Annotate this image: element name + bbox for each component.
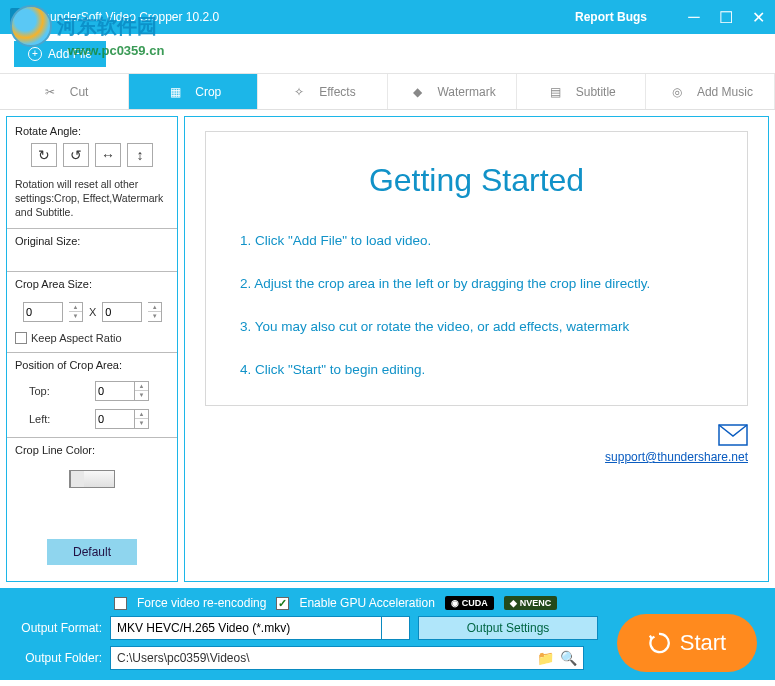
- force-reencode-checkbox[interactable]: [114, 597, 127, 610]
- rotate-ccw-button[interactable]: ↺: [63, 143, 89, 167]
- report-bugs-link[interactable]: Report Bugs: [575, 10, 647, 24]
- step-2: 2. Adjust the crop area in the left or b…: [240, 276, 713, 291]
- tab-cut[interactable]: ✂ Cut: [0, 74, 129, 109]
- bottom-bar: Force video re-encoding Enable GPU Accel…: [0, 588, 775, 680]
- gpu-accel-checkbox[interactable]: [276, 597, 289, 610]
- tab-effects[interactable]: ✧ Effects: [258, 74, 387, 109]
- crop-position-label: Position of Crop Area:: [15, 359, 169, 371]
- tab-crop-label: Crop: [195, 85, 221, 99]
- crop-top-spinner[interactable]: ▲▼: [135, 381, 149, 401]
- maximize-button[interactable]: ☐: [719, 10, 733, 24]
- plus-icon: +: [28, 47, 42, 61]
- getting-started-title: Getting Started: [240, 162, 713, 199]
- x-label: X: [89, 306, 96, 318]
- app-title: ThunderSoft Video Cropper 10.2.0: [36, 10, 575, 24]
- tab-effects-label: Effects: [319, 85, 355, 99]
- start-icon: [648, 632, 670, 654]
- browse-folder-icon[interactable]: 📁: [537, 650, 554, 666]
- flip-horizontal-button[interactable]: ↔: [95, 143, 121, 167]
- step-1: 1. Click "Add File" to load video.: [240, 233, 713, 248]
- gpu-accel-label: Enable GPU Acceleration: [299, 596, 434, 610]
- crop-settings-panel: Rotate Angle: ↻ ↺ ↔ ↕ Rotation will rese…: [6, 116, 178, 582]
- rotate-angle-label: Rotate Angle:: [15, 125, 169, 137]
- default-button[interactable]: Default: [47, 539, 137, 565]
- nvenc-badge: ◆ NVENC: [504, 596, 558, 610]
- crop-area-size-label: Crop Area Size:: [15, 278, 169, 290]
- rotate-note: Rotation will reset all other settings:C…: [15, 177, 169, 220]
- keep-aspect-label: Keep Aspect Ratio: [31, 332, 122, 344]
- app-icon: [10, 8, 28, 26]
- crop-width-spinner[interactable]: ▲▼: [69, 302, 83, 322]
- tab-add-music[interactable]: ◎ Add Music: [646, 74, 775, 109]
- content-panel: Getting Started 1. Click "Add File" to l…: [184, 116, 769, 582]
- close-button[interactable]: ✕: [751, 10, 765, 24]
- crop-line-color-label: Crop Line Color:: [15, 444, 169, 456]
- add-file-button[interactable]: + Add File: [14, 41, 106, 67]
- tab-subtitle-label: Subtitle: [576, 85, 616, 99]
- minimize-button[interactable]: ─: [687, 10, 701, 24]
- open-folder-icon[interactable]: 🔍: [560, 650, 577, 666]
- tab-strip: ✂ Cut ▦ Crop ✧ Effects ◆ Watermark ▤ Sub…: [0, 74, 775, 110]
- tab-cut-label: Cut: [70, 85, 89, 99]
- keep-aspect-checkbox[interactable]: [15, 332, 27, 344]
- crop-top-input[interactable]: [95, 381, 135, 401]
- output-folder-field[interactable]: C:\Users\pc0359\Videos\ 📁 🔍: [110, 646, 584, 670]
- step-3: 3. You may also cut or rotate the video,…: [240, 319, 713, 334]
- output-format-label: Output Format:: [14, 621, 102, 635]
- original-size-label: Original Size:: [15, 235, 169, 247]
- main-area: Rotate Angle: ↻ ↺ ↔ ↕ Rotation will rese…: [0, 110, 775, 588]
- music-icon: ◎: [667, 84, 687, 100]
- cuda-badge: ◉ CUDA: [445, 596, 494, 610]
- titlebar: ThunderSoft Video Cropper 10.2.0 Report …: [0, 0, 775, 34]
- add-file-label: Add File: [48, 47, 92, 61]
- crop-icon: ▦: [165, 84, 185, 100]
- crop-width-input[interactable]: [23, 302, 63, 322]
- crop-height-input[interactable]: [102, 302, 142, 322]
- output-format-combo[interactable]: [110, 616, 382, 640]
- output-format-dropdown-button[interactable]: ▲: [382, 616, 410, 640]
- tab-add-music-label: Add Music: [697, 85, 753, 99]
- support-area: support@thundershare.net: [205, 424, 748, 464]
- toolbar: + Add File: [0, 34, 775, 74]
- tab-crop[interactable]: ▦ Crop: [129, 74, 258, 109]
- watermark-icon: ◆: [407, 84, 427, 100]
- scissors-icon: ✂: [40, 84, 60, 100]
- top-label: Top:: [29, 385, 50, 397]
- crop-left-input[interactable]: [95, 409, 135, 429]
- tab-watermark-label: Watermark: [437, 85, 495, 99]
- start-label: Start: [680, 630, 726, 656]
- rotate-cw-button[interactable]: ↻: [31, 143, 57, 167]
- output-settings-button[interactable]: Output Settings: [418, 616, 598, 640]
- output-folder-value: C:\Users\pc0359\Videos\: [117, 651, 531, 665]
- tab-subtitle[interactable]: ▤ Subtitle: [517, 74, 646, 109]
- subtitle-icon: ▤: [546, 84, 566, 100]
- crop-height-spinner[interactable]: ▲▼: [148, 302, 162, 322]
- crop-line-color-picker[interactable]: [69, 470, 115, 488]
- output-folder-label: Output Folder:: [14, 651, 102, 665]
- force-reencode-label: Force video re-encoding: [137, 596, 266, 610]
- step-4: 4. Click "Start" to begin editing.: [240, 362, 713, 377]
- crop-left-spinner[interactable]: ▲▼: [135, 409, 149, 429]
- support-email-link[interactable]: support@thundershare.net: [205, 450, 748, 464]
- effects-icon: ✧: [289, 84, 309, 100]
- tab-watermark[interactable]: ◆ Watermark: [388, 74, 517, 109]
- getting-started-box: Getting Started 1. Click "Add File" to l…: [205, 131, 748, 406]
- flip-vertical-button[interactable]: ↕: [127, 143, 153, 167]
- mail-icon: [718, 424, 748, 450]
- start-button[interactable]: Start: [617, 614, 757, 672]
- left-label: Left:: [29, 413, 50, 425]
